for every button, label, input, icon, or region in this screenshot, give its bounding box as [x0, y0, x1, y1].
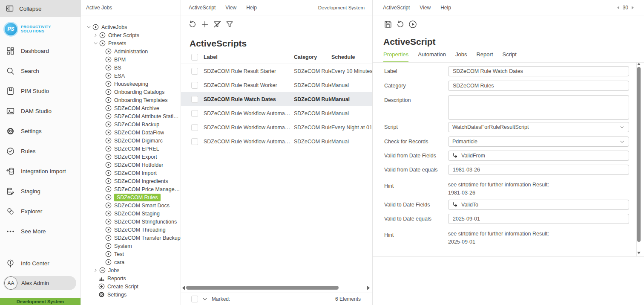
vscroll-thumb[interactable] — [637, 67, 641, 242]
hscroll-right-arrow[interactable] — [367, 286, 370, 290]
table-row[interactable]: SDZeCOM Rule Workflow Automation by d...… — [181, 106, 372, 120]
sidebar-item-see-more[interactable]: See More — [0, 221, 80, 241]
table-row[interactable]: SDZeCOM Rule Workflow Automation Starter… — [181, 120, 372, 134]
chevron-down-icon[interactable] — [202, 296, 208, 302]
tree-node-esa[interactable]: ESA — [81, 72, 181, 80]
tree-node-sdzecom-transfer-backup[interactable]: SDZeCOM Transfer Backup — [81, 234, 181, 242]
tree-node-jobs[interactable]: Jobs — [81, 266, 181, 274]
sidebar-item-dam-studio[interactable]: DAM Studio — [0, 101, 80, 121]
chevron-right-icon[interactable] — [92, 268, 99, 273]
collapse-button[interactable]: Collapse — [0, 0, 80, 17]
tab-report[interactable]: Report — [476, 51, 493, 62]
table-row[interactable]: SDZeCOM Rule Result StarterSDZeCOM Rules… — [181, 64, 372, 78]
tree-node-sdzecom-export[interactable]: SDZeCOM Export — [81, 153, 181, 161]
tree-node-other-scripts[interactable]: Other Scripts — [81, 31, 181, 39]
menu-item-help[interactable]: Help — [440, 5, 451, 11]
tree-node-sdzecom-smart-docs[interactable]: SDZeCOM Smart Docs — [81, 201, 181, 209]
tab-properties[interactable]: Properties — [383, 51, 408, 62]
sidebar-item-search[interactable]: Search — [0, 61, 80, 81]
menu-item-view[interactable]: View — [420, 5, 431, 11]
filter-icon[interactable] — [225, 20, 234, 29]
tab-script[interactable]: Script — [503, 51, 517, 62]
hscroll-left-arrow[interactable] — [182, 286, 185, 290]
table-row[interactable]: SDZeCOM Rule Watch DatesSDZeCOM RulesMan… — [181, 92, 372, 106]
category-field[interactable] — [448, 81, 629, 91]
sidebar-item-info-center[interactable]: Info Center — [0, 253, 80, 273]
menu-item-help[interactable]: Help — [246, 5, 257, 11]
chevron-down-icon[interactable] — [92, 41, 99, 46]
vscroll-down-arrow[interactable] — [637, 252, 641, 254]
tree-node-sdzecom-backup[interactable]: SDZeCOM Backup — [81, 120, 181, 128]
sidebar-item-settings[interactable]: Settings — [0, 121, 80, 141]
table-row[interactable]: SDZeCOM Rule Result WorkerSDZeCOM RulesM… — [181, 78, 372, 92]
refresh-icon[interactable] — [188, 20, 197, 29]
row-checkbox[interactable] — [191, 124, 198, 131]
tree-node-onboarding-templates[interactable]: Onboarding Templates — [81, 96, 181, 104]
tree-node-sdzecom-staging[interactable]: SDZeCOM Staging — [81, 209, 181, 218]
tree-node-sdzecom-digimarc[interactable]: SDZeCOM Digimarc — [81, 137, 181, 145]
row-checkbox[interactable] — [191, 138, 198, 145]
tree-node-create-script[interactable]: Create Script — [81, 282, 181, 290]
tree-node-sdzecom-ingredients[interactable]: SDZeCOM Ingredients — [81, 177, 181, 185]
sidebar-item-dashboard[interactable]: Dashboard — [0, 41, 80, 61]
tree-node-reports[interactable]: Reports — [81, 274, 181, 282]
add-icon[interactable] — [200, 20, 210, 29]
vscroll-up-arrow[interactable] — [637, 63, 641, 65]
tree-node-bs[interactable]: BS — [81, 64, 181, 72]
valid-from-date-equals-field[interactable] — [448, 165, 629, 175]
valid-from-date-fields-field[interactable]: ValidFrom — [448, 151, 629, 161]
row-checkbox[interactable] — [191, 96, 198, 103]
chevron-right-icon[interactable] — [92, 33, 99, 38]
row-checkbox[interactable] — [191, 110, 198, 117]
tree-node-sdzecom-rules[interactable]: SDZeCOM Rules — [81, 193, 181, 201]
hscroll-thumb[interactable] — [186, 286, 339, 290]
tab-jobs[interactable]: Jobs — [455, 51, 467, 62]
sidebar-item-integration-import[interactable]: Integration Import — [0, 161, 80, 181]
label-field[interactable] — [448, 66, 629, 76]
tree-node-system[interactable]: System — [81, 242, 181, 250]
tree-node-settings[interactable]: Settings — [81, 290, 181, 299]
menu-item-activescript[interactable]: ActiveScript — [189, 5, 216, 11]
column-header-label[interactable]: Label — [204, 54, 294, 60]
tree-node-sdzecom-threading[interactable]: SDZeCOM Threading — [81, 226, 181, 234]
chevron-down-icon[interactable] — [85, 25, 92, 30]
tree-node-test[interactable]: Test — [81, 250, 181, 258]
script-select[interactable]: WatchDatesForRuleResultScript — [448, 122, 629, 132]
check-for-records-select[interactable]: Pdmarticle — [448, 137, 629, 147]
description-field[interactable] — [448, 95, 629, 120]
prev-page-icon[interactable] — [617, 6, 619, 9]
tree-node-sdzecom-hotfolder[interactable]: SDZeCOM Hotfolder — [81, 161, 181, 169]
tree-node-cara[interactable]: cara — [81, 258, 181, 266]
refresh-icon[interactable] — [396, 20, 405, 29]
sidebar-item-staging[interactable]: Staging — [0, 181, 80, 201]
table-row[interactable]: SDZeCOM Rule Workflow Automation WorkerS… — [181, 134, 372, 148]
valid-to-date-equals-field[interactable] — [448, 214, 629, 224]
tree-node-housekeeping[interactable]: Housekeeping — [81, 80, 181, 88]
tree-node-activejobs[interactable]: ActiveJobs — [81, 23, 181, 31]
menu-item-activescript[interactable]: ActiveScript — [383, 5, 410, 11]
run-icon[interactable] — [408, 20, 417, 29]
tree-node-presets[interactable]: Presets — [81, 39, 181, 47]
sidebar-item-rules[interactable]: Rules — [0, 141, 80, 161]
column-header-category[interactable]: Category — [294, 54, 331, 60]
tree-node-sdzecom-stringfunctions[interactable]: SDZeCOM Stringfunctions — [81, 218, 181, 226]
sidebar-item-pim-studio[interactable]: PIM Studio — [0, 81, 80, 101]
tree-node-sdzecom-dataflow[interactable]: SDZeCOM DataFlow — [81, 128, 181, 137]
menu-item-view[interactable]: View — [225, 5, 236, 11]
valid-to-date-fields-field[interactable]: ValidTo — [448, 200, 629, 210]
tree-node-sdzecom-import[interactable]: SDZeCOM Import — [81, 169, 181, 177]
tree-node-sdzecom-attribute-statistics[interactable]: SDZeCOM Attribute Statistics — [81, 112, 181, 120]
tree-node-bpm[interactable]: BPM — [81, 55, 181, 64]
tree-node-sdzecom-eprel[interactable]: SDZeCOM EPREL — [81, 145, 181, 153]
select-all-checkbox[interactable] — [191, 54, 198, 61]
save-icon[interactable] — [383, 20, 393, 29]
filter-off-icon[interactable] — [213, 20, 222, 29]
tree-node-sdzecom-price-management[interactable]: SDZeCOM Price Management — [81, 185, 181, 193]
tab-automation[interactable]: Automation — [418, 51, 446, 62]
next-page-icon[interactable] — [632, 6, 634, 9]
column-header-schedule[interactable]: Schedule — [331, 54, 372, 60]
row-checkbox[interactable] — [191, 68, 198, 75]
sidebar-item-explorer[interactable]: Explorer — [0, 201, 80, 221]
footer-checkbox[interactable] — [191, 296, 198, 302]
tree-node-administration[interactable]: Administration — [81, 47, 181, 55]
